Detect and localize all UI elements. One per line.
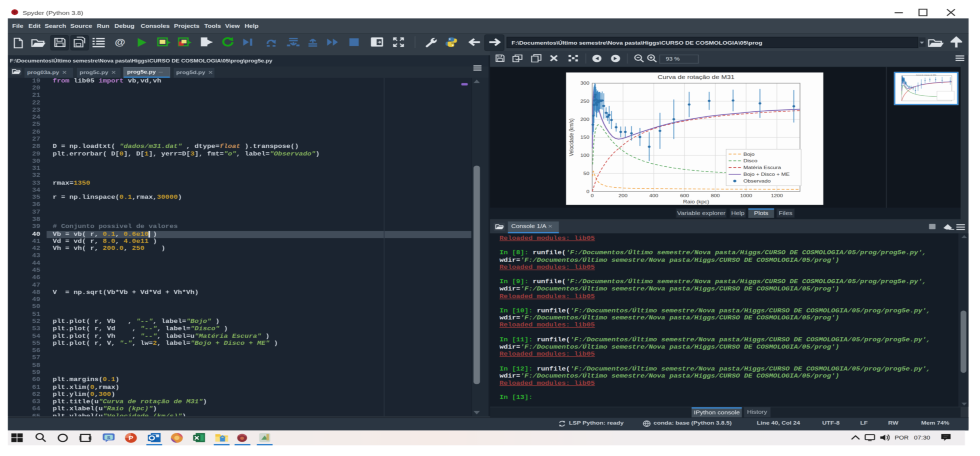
svg-text:200: 200 (581, 117, 590, 122)
svg-text:400: 400 (650, 193, 659, 198)
svg-text:100: 100 (581, 153, 590, 158)
svg-text:Curva de rotação de M31: Curva de rotação de M31 (658, 73, 735, 80)
svg-text:Observado: Observado (744, 178, 771, 183)
svg-text:Raio (kpc): Raio (kpc) (683, 199, 710, 204)
svg-text:800: 800 (711, 193, 720, 198)
svg-text:150: 150 (581, 134, 590, 140)
svg-text:Disco: Disco (744, 158, 758, 163)
svg-text:S: S (107, 435, 110, 440)
svg-text:200: 200 (619, 193, 628, 198)
svg-text:1000: 1000 (741, 193, 752, 198)
svg-text:Curva de rotacao de M31: Curva de rotacao de M31 (916, 74, 936, 75)
svg-text:Bojo: Bojo (744, 151, 755, 156)
svg-text:300: 300 (581, 80, 590, 86)
svg-text:50: 50 (584, 171, 590, 176)
svg-text:600: 600 (681, 193, 689, 198)
svg-text:P: P (129, 435, 134, 441)
svg-text:1200: 1200 (771, 193, 783, 198)
svg-text:Velocidade (km/s): Velocidade (km/s) (568, 118, 575, 156)
svg-text:Matéria Escura: Matéria Escura (744, 165, 781, 170)
svg-text:0: 0 (587, 189, 590, 194)
svg-text:Bojo + Disco + ME: Bojo + Disco + ME (744, 172, 790, 176)
svg-text:250: 250 (581, 99, 590, 103)
svg-text:0: 0 (591, 193, 594, 198)
